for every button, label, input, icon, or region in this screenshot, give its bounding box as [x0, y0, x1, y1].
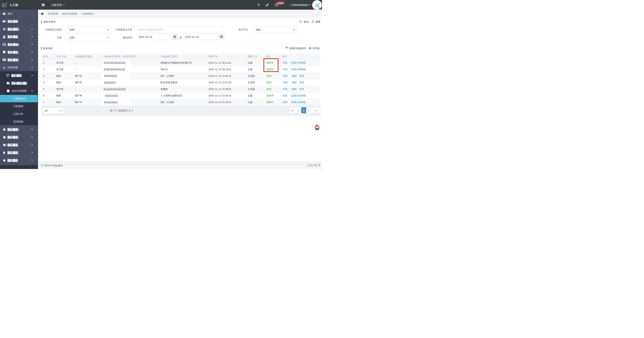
- svg-text:Copyright.: Copyright.: [51, 164, 63, 167]
- svg-text:2: 2: [43, 68, 44, 71]
- svg-text:<<: <<: [291, 109, 294, 112]
- svg-text:6: 6: [43, 94, 44, 97]
- svg-text:1–7: 1–7: [129, 109, 133, 112]
- svg-text:_: _: [165, 75, 167, 77]
- svg-text:2025–11–12: 2025–11–12: [208, 94, 221, 97]
- svg-text:/: /: [80, 12, 80, 15]
- svg-text:>>: >>: [314, 109, 318, 112]
- svg-text:_: _: [165, 101, 167, 104]
- svg-text:01:51:05: 01:51:05: [222, 81, 231, 84]
- svg-text:7: 7: [113, 109, 114, 112]
- svg-text:–: –: [75, 62, 76, 64]
- svg-text:01:36:16: 01:36:16: [222, 94, 231, 97]
- svg-text:01:36:16: 01:36:16: [222, 101, 231, 104]
- svg-text:01:52:01: 01:52:01: [222, 75, 231, 77]
- svg-text:1: 1: [303, 109, 304, 112]
- svg-text:2025–10–14: 2025–10–14: [138, 36, 152, 38]
- svg-text:2025–11–12: 2025–11–12: [208, 68, 221, 71]
- svg-text:2018: 2018: [44, 164, 50, 167]
- svg-text:2025–11–12: 2025–11–12: [208, 75, 221, 77]
- svg-text:1: 1: [43, 62, 44, 64]
- svg-text:2025–11–14: 2025–11–14: [185, 36, 199, 38]
- svg-text:05:14:41: 05:14:41: [222, 68, 231, 71]
- svg-text:?: ?: [258, 3, 260, 7]
- svg-text:–: –: [75, 68, 76, 71]
- svg-text:2025–11–12: 2025–11–12: [208, 101, 221, 104]
- svg-text:/: /: [46, 12, 46, 15]
- svg-text:1269: 1269: [278, 2, 283, 5]
- svg-text:17600869846: 17600869846: [290, 3, 308, 7]
- svg-text:3: 3: [43, 75, 44, 77]
- svg-text:10: 10: [45, 109, 48, 112]
- svg-text:¥: ¥: [4, 66, 5, 69]
- svg-text:01:49:53: 01:49:53: [222, 88, 231, 90]
- svg-text:7: 7: [43, 101, 44, 104]
- svg-text:2025–11–12: 2025–11–12: [208, 81, 221, 84]
- svg-text:4: 4: [43, 81, 44, 84]
- svg-text:5: 5: [43, 88, 44, 90]
- svg-text:05:14:41: 05:14:41: [222, 62, 231, 64]
- svg-text:–: –: [75, 88, 76, 90]
- svg-text:©: ©: [41, 164, 43, 167]
- svg-text:2025–11–12: 2025–11–12: [208, 88, 221, 90]
- svg-text:>: >: [308, 109, 310, 112]
- svg-text:2025–11–12: 2025–11–12: [208, 62, 221, 64]
- svg-text:<: <: [298, 109, 299, 112]
- svg-text:/: /: [60, 12, 61, 15]
